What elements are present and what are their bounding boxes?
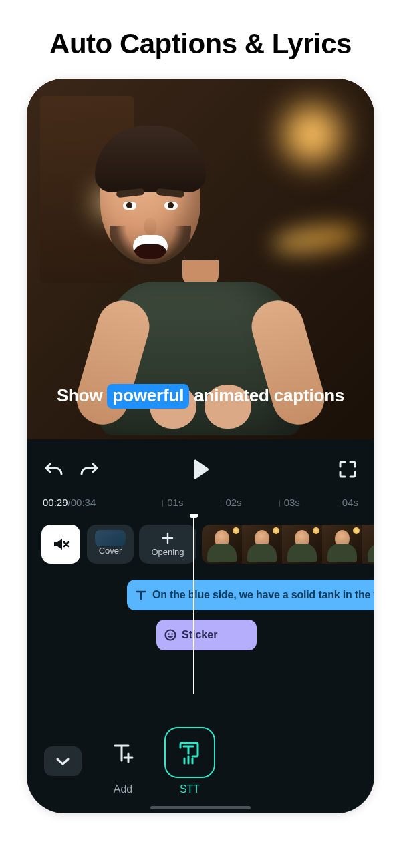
- ruler-tick: 02s: [221, 497, 241, 508]
- device-frame: Show powerful animated captions 00:29 / …: [27, 79, 374, 813]
- overlay-caption: Show powerful animated captions: [27, 384, 374, 409]
- mute-button[interactable]: [41, 525, 80, 564]
- video-clip-thumbs[interactable]: [202, 525, 374, 564]
- transport-bar: [27, 449, 374, 490]
- svg-point-1: [168, 633, 170, 635]
- home-indicator: [150, 806, 251, 809]
- sticker-track-text: Sticker: [182, 629, 217, 641]
- caption-track-text: On the blue side, we have a solid tank i…: [152, 589, 374, 601]
- time-ruler[interactable]: 00:29 / 00:34 01s 02s 03s 04s: [27, 490, 374, 514]
- tool-stt[interactable]: STT: [164, 727, 215, 795]
- svg-point-2: [171, 633, 173, 635]
- cover-button[interactable]: Cover: [87, 525, 134, 564]
- time-total: 00:34: [71, 497, 96, 508]
- ruler-ticks: 01s 02s 03s 04s: [96, 497, 358, 508]
- sticker-icon: [164, 629, 176, 641]
- cover-label: Cover: [99, 546, 122, 556]
- play-button[interactable]: [192, 459, 209, 479]
- opening-label: Opening: [151, 547, 184, 557]
- sticker-track[interactable]: Sticker: [156, 620, 257, 650]
- opening-button[interactable]: Opening: [139, 525, 196, 564]
- plus-icon: [162, 532, 174, 544]
- video-preview[interactable]: Show powerful animated captions: [27, 79, 374, 439]
- timeline[interactable]: Cover Opening On the blue side, we have …: [27, 514, 374, 714]
- tool-stt-label: STT: [180, 783, 200, 795]
- collapse-button[interactable]: [44, 746, 82, 776]
- tool-add-label: Add: [114, 783, 132, 795]
- page-title: Auto Captions & Lyrics: [0, 28, 401, 60]
- playhead[interactable]: [193, 514, 194, 694]
- redo-button[interactable]: [79, 461, 99, 478]
- caption-post: animated captions: [189, 385, 344, 405]
- time-current: 00:29: [43, 497, 68, 508]
- caption-highlight: powerful: [107, 384, 189, 409]
- swap-icon: [104, 533, 117, 543]
- bottom-toolbar: Add STT: [27, 721, 374, 801]
- fullscreen-button[interactable]: [338, 460, 357, 479]
- ruler-tick: 03s: [279, 497, 300, 508]
- svg-point-0: [166, 630, 176, 640]
- tool-add[interactable]: Add: [98, 727, 148, 795]
- ruler-tick: 04s: [338, 497, 358, 508]
- caption-track[interactable]: On the blue side, we have a solid tank i…: [127, 580, 374, 610]
- undo-button[interactable]: [44, 461, 64, 478]
- caption-pre: Show: [57, 385, 108, 405]
- ruler-tick: 01s: [162, 497, 183, 508]
- video-track-row: Cover Opening: [27, 521, 374, 570]
- text-icon: [135, 589, 147, 601]
